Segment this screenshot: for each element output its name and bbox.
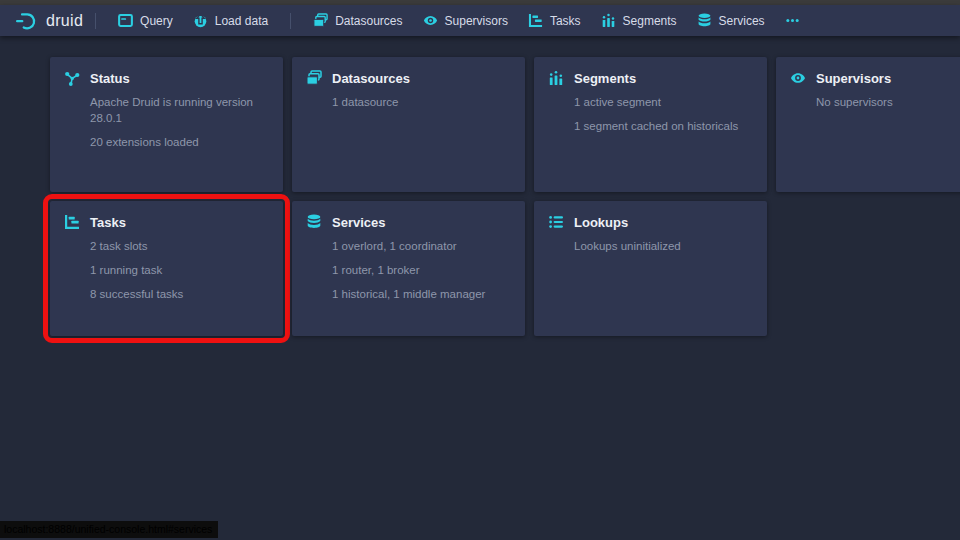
card-stat-line: 1 segment cached on historicals bbox=[574, 119, 753, 135]
card-body: No supervisors bbox=[816, 95, 960, 111]
navbar-divider bbox=[290, 13, 291, 29]
card-stat-line: No supervisors bbox=[816, 95, 960, 111]
card-stat-line: 20 extensions loaded bbox=[90, 135, 269, 151]
card-stat-line: 2 task slots bbox=[90, 239, 269, 255]
card-supervisors[interactable]: Supervisors No supervisors bbox=[776, 57, 960, 192]
card-datasources[interactable]: Datasources 1 datasource bbox=[292, 57, 525, 192]
nav-item-load-data[interactable]: Load data bbox=[183, 5, 278, 36]
card-title: Lookups bbox=[574, 215, 628, 230]
card-tasks[interactable]: Tasks 2 task slots1 running task8 succes… bbox=[50, 201, 283, 336]
card-header: Status bbox=[64, 70, 269, 86]
card-title: Status bbox=[90, 71, 130, 86]
card-stat-line: Apache Druid is running version 28.0.1 bbox=[90, 95, 269, 126]
nav-item-tasks[interactable]: Tasks bbox=[518, 5, 591, 36]
card-title: Supervisors bbox=[816, 71, 891, 86]
gantt-chart-icon bbox=[64, 214, 80, 230]
database-icon bbox=[306, 214, 322, 230]
nav-item-datasources[interactable]: Datasources bbox=[303, 5, 412, 36]
card-header: Supervisors bbox=[790, 70, 960, 86]
nav-item-segments[interactable]: Segments bbox=[591, 5, 687, 36]
graph-icon bbox=[64, 70, 80, 86]
card-body: 1 datasource bbox=[332, 95, 511, 111]
nav-item-label: Supervisors bbox=[445, 14, 508, 28]
upload-icon bbox=[193, 13, 208, 28]
card-header: Lookups bbox=[548, 214, 753, 230]
card-stat-line: 1 historical, 1 middle manager bbox=[332, 287, 511, 303]
nav-item-label: Datasources bbox=[335, 14, 402, 28]
top-navbar: druid Query Load data Datasources Superv… bbox=[0, 5, 960, 36]
nav-item-label: Tasks bbox=[550, 14, 581, 28]
timeline-bar-chart-icon bbox=[601, 13, 616, 28]
link-preview-statusbar: localhost:8888/unified-console.html#serv… bbox=[0, 521, 218, 538]
druid-logo-text: druid bbox=[46, 12, 83, 30]
card-title: Segments bbox=[574, 71, 636, 86]
navbar-divider bbox=[95, 13, 96, 29]
navbar-items: Query Load data Datasources Supervisors … bbox=[83, 5, 810, 36]
druid-logo[interactable]: druid bbox=[14, 10, 83, 32]
card-header: Segments bbox=[548, 70, 753, 86]
card-stat-line: 1 datasource bbox=[332, 95, 511, 111]
card-stat-line: 1 active segment bbox=[574, 95, 753, 111]
gantt-chart-icon bbox=[528, 13, 543, 28]
card-stat-line: Lookups uninitialized bbox=[574, 239, 753, 255]
eye-icon bbox=[790, 70, 806, 86]
card-lookups[interactable]: Lookups Lookups uninitialized bbox=[534, 201, 767, 336]
nav-item-label: Segments bbox=[623, 14, 677, 28]
card-body: 2 task slots1 running task8 successful t… bbox=[90, 239, 269, 303]
multi-select-icon bbox=[313, 13, 328, 28]
nav-item-label: Load data bbox=[215, 14, 268, 28]
card-header: Services bbox=[306, 214, 511, 230]
card-title: Services bbox=[332, 215, 386, 230]
card-status[interactable]: Status Apache Druid is running version 2… bbox=[50, 57, 283, 192]
console-icon bbox=[118, 13, 133, 28]
properties-icon bbox=[548, 214, 564, 230]
card-body: Apache Druid is running version 28.0.120… bbox=[90, 95, 269, 150]
card-segments[interactable]: Segments 1 active segment1 segment cache… bbox=[534, 57, 767, 192]
card-services[interactable]: Services 1 overlord, 1 coordinator1 rout… bbox=[292, 201, 525, 336]
nav-item-label: Services bbox=[719, 14, 765, 28]
card-body: 1 overlord, 1 coordinator1 router, 1 bro… bbox=[332, 239, 511, 303]
card-stat-line: 1 router, 1 broker bbox=[332, 263, 511, 279]
druid-logo-icon bbox=[14, 10, 39, 32]
card-body: Lookups uninitialized bbox=[574, 239, 753, 255]
nav-item-query[interactable]: Query bbox=[108, 5, 183, 36]
multi-select-icon bbox=[306, 70, 322, 86]
card-stat-line: 1 running task bbox=[90, 263, 269, 279]
timeline-bar-chart-icon bbox=[548, 70, 564, 86]
more-icon bbox=[785, 13, 800, 28]
nav-item-services[interactable]: Services bbox=[687, 5, 775, 36]
database-icon bbox=[697, 13, 712, 28]
card-header: Datasources bbox=[306, 70, 511, 86]
nav-item-label: Query bbox=[140, 14, 173, 28]
nav-item-more-menu[interactable] bbox=[775, 5, 810, 36]
card-stat-line: 8 successful tasks bbox=[90, 287, 269, 303]
card-stat-line: 1 overlord, 1 coordinator bbox=[332, 239, 511, 255]
card-title: Datasources bbox=[332, 71, 410, 86]
nav-item-supervisors[interactable]: Supervisors bbox=[413, 5, 518, 36]
eye-icon bbox=[423, 13, 438, 28]
card-header: Tasks bbox=[64, 214, 269, 230]
card-title: Tasks bbox=[90, 215, 126, 230]
card-body: 1 active segment1 segment cached on hist… bbox=[574, 95, 753, 135]
home-cards-grid: Status Apache Druid is running version 2… bbox=[0, 36, 960, 336]
